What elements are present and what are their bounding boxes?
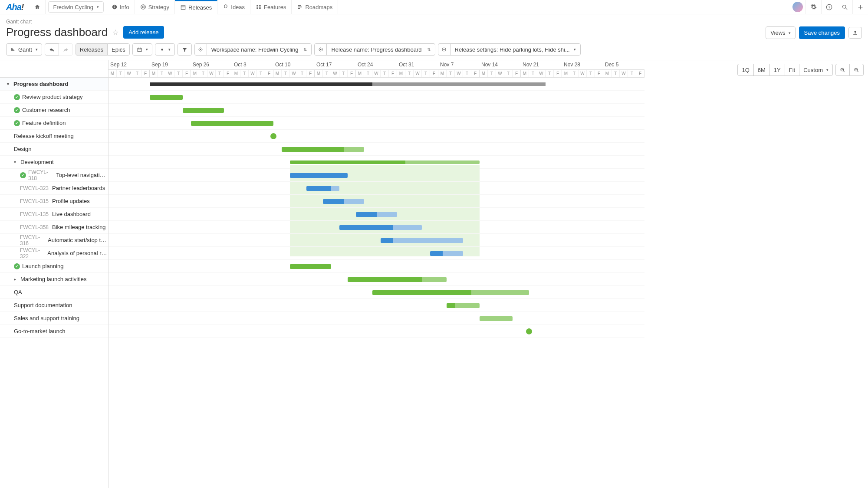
- timeline-row[interactable]: [108, 78, 644, 91]
- task-row[interactable]: Review product strategy: [0, 91, 108, 104]
- timeline[interactable]: Sep 12Sep 19Sep 26Oct 3Oct 10Oct 17Oct 2…: [108, 60, 868, 488]
- timeline-row[interactable]: [108, 117, 644, 130]
- logo[interactable]: Aha!: [0, 2, 30, 12]
- add-icon[interactable]: [852, 0, 868, 14]
- gantt-bar[interactable]: [191, 121, 273, 126]
- gantt-bar[interactable]: [306, 186, 339, 191]
- timeline-row[interactable]: [108, 143, 644, 156]
- task-row[interactable]: FWCYL-318Top-level navigation re...: [0, 169, 108, 182]
- timeline-row[interactable]: [108, 247, 644, 260]
- help-icon[interactable]: ?: [821, 0, 837, 14]
- star-icon[interactable]: ☆: [112, 28, 119, 37]
- gantt-bar[interactable]: [290, 173, 348, 178]
- gantt-bar[interactable]: [282, 147, 364, 152]
- zoom-out-icon[interactable]: [849, 64, 864, 76]
- task-row[interactable]: FWCYL-322Analysis of personal race g...: [0, 247, 108, 260]
- task-row[interactable]: Release kickoff meeting: [0, 130, 108, 143]
- timeline-row[interactable]: [108, 195, 644, 208]
- gantt-bar[interactable]: [348, 277, 447, 282]
- milestone-icon[interactable]: [526, 328, 532, 334]
- task-row[interactable]: FWCYL-135Live dashboard: [0, 208, 108, 221]
- task-row[interactable]: ▸Marketing launch activities: [0, 273, 108, 286]
- gantt-bar[interactable]: [339, 225, 422, 230]
- avatar[interactable]: [792, 2, 803, 12]
- task-row[interactable]: Go-to-market launch: [0, 325, 108, 338]
- task-row[interactable]: Design: [0, 143, 108, 156]
- timeline-row[interactable]: [108, 182, 644, 195]
- gantt-bar[interactable]: [290, 160, 480, 164]
- gantt-bar[interactable]: [430, 251, 463, 256]
- task-row[interactable]: FWCYL-316Automatic start/stop tracking: [0, 234, 108, 247]
- timeline-row[interactable]: [108, 286, 644, 299]
- add-release-button[interactable]: Add release: [123, 26, 164, 39]
- nav-tab-features[interactable]: Features: [250, 0, 292, 14]
- timeline-row[interactable]: [108, 325, 644, 338]
- releases-filter-button[interactable]: Releases: [76, 43, 108, 56]
- gantt-bar[interactable]: [183, 108, 224, 113]
- gantt-bar[interactable]: [323, 199, 364, 204]
- task-row[interactable]: FWCYL-315Profile updates: [0, 195, 108, 208]
- task-row[interactable]: ▾Development: [0, 156, 108, 169]
- zoom-6m[interactable]: 6M: [753, 64, 770, 76]
- views-button[interactable]: Views: [766, 26, 795, 39]
- zoom-1q[interactable]: 1Q: [737, 64, 753, 76]
- timeline-row[interactable]: [108, 91, 644, 104]
- gantt-bar[interactable]: [372, 290, 529, 295]
- timeline-row[interactable]: [108, 156, 644, 169]
- workspace-filter-pill[interactable]: Workspace name: Fredwin Cycling: [194, 43, 312, 56]
- zoom-1y[interactable]: 1Y: [769, 64, 785, 76]
- timeline-row[interactable]: [108, 260, 644, 273]
- timeline-row[interactable]: [108, 299, 644, 312]
- zoom-in-icon[interactable]: [835, 64, 850, 76]
- undo-icon[interactable]: [45, 43, 59, 56]
- task-row[interactable]: Launch planning: [0, 260, 108, 273]
- timeline-row[interactable]: [108, 104, 644, 117]
- zoom-fit[interactable]: Fit: [785, 64, 799, 76]
- release-settings-pill[interactable]: Release settings: Hide parking lots, Hid…: [438, 43, 581, 56]
- task-row[interactable]: ▾Progress dashboard: [0, 78, 108, 91]
- epics-filter-button[interactable]: Epics: [107, 43, 130, 56]
- nav-tab-roadmaps[interactable]: Roadmaps: [292, 0, 338, 14]
- timeline-row[interactable]: [108, 273, 644, 286]
- timeline-row[interactable]: [108, 221, 644, 234]
- gantt-bar[interactable]: [356, 212, 397, 217]
- nav-tab-releases[interactable]: Releases: [175, 0, 217, 14]
- chevron-right-icon[interactable]: ▸: [14, 277, 18, 282]
- gantt-bar[interactable]: [150, 82, 546, 86]
- task-row[interactable]: Customer research: [0, 104, 108, 117]
- filter-icon[interactable]: [178, 43, 192, 56]
- gantt-bar[interactable]: [290, 264, 331, 269]
- task-row[interactable]: QA: [0, 286, 108, 299]
- task-row[interactable]: FWCYL-323Partner leaderboards: [0, 182, 108, 195]
- task-row[interactable]: Feature definition: [0, 117, 108, 130]
- gantt-bar[interactable]: [381, 238, 463, 243]
- chevron-down-icon[interactable]: ▾: [7, 82, 11, 86]
- chevron-down-icon[interactable]: ▾: [14, 160, 18, 164]
- gantt-bar[interactable]: [150, 95, 183, 100]
- nav-tab-ideas[interactable]: Ideas: [217, 0, 250, 14]
- settings-button[interactable]: [155, 43, 175, 56]
- share-icon[interactable]: [848, 27, 862, 39]
- save-changes-button[interactable]: Save changes: [799, 26, 845, 39]
- timeline-row[interactable]: [108, 312, 644, 325]
- redo-icon[interactable]: [59, 43, 73, 56]
- calendar-button[interactable]: [132, 43, 152, 56]
- timeline-row[interactable]: [108, 130, 644, 143]
- nav-tab-strategy[interactable]: Strategy: [135, 0, 175, 14]
- zoom-custom[interactable]: Custom: [799, 64, 833, 76]
- gantt-bar[interactable]: [447, 303, 480, 308]
- task-row[interactable]: FWCYL-358Bike mileage tracking: [0, 221, 108, 234]
- workspace-selector[interactable]: Fredwin Cycling: [48, 1, 103, 13]
- gantt-bar[interactable]: [480, 316, 513, 321]
- release-filter-pill[interactable]: Release name: Progress dashboard: [314, 43, 435, 56]
- timeline-row[interactable]: [108, 234, 644, 247]
- milestone-icon[interactable]: [270, 133, 276, 139]
- search-icon[interactable]: [837, 0, 852, 14]
- home-icon[interactable]: [30, 0, 46, 14]
- gantt-view-button[interactable]: Gantt: [6, 43, 42, 56]
- timeline-row[interactable]: [108, 208, 644, 221]
- nav-tab-info[interactable]: Info: [106, 0, 135, 14]
- task-row[interactable]: Sales and support training: [0, 312, 108, 325]
- timeline-row[interactable]: [108, 169, 644, 182]
- gear-icon[interactable]: [806, 0, 821, 14]
